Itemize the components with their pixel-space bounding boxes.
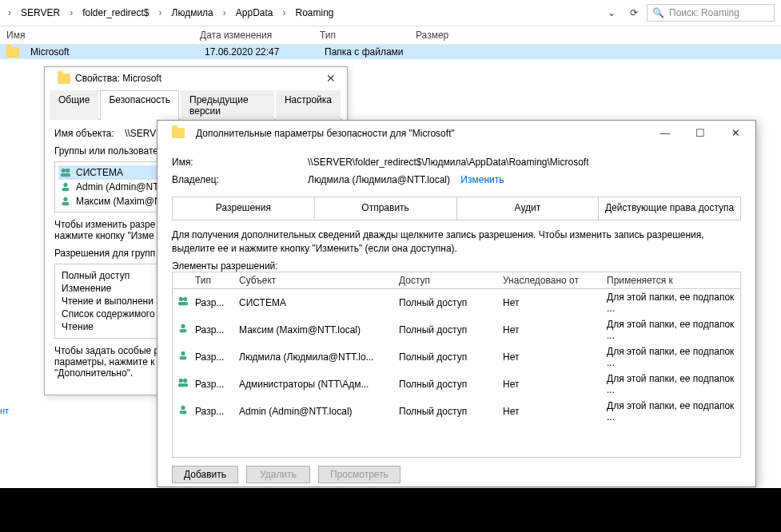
tab-permissions[interactable]: Разрешения [173,197,315,220]
breadcrumb-item[interactable]: Roaming [290,6,338,20]
group-icon [60,167,71,178]
svg-point-7 [179,297,183,301]
col-subject[interactable]: Субъект [239,275,399,286]
chevron-right-icon: › [221,7,228,18]
cell-subject: Людмила (Людмила@NTT.lo... [239,351,399,363]
tab-strip: Разрешения Отправить Аудит Действующие п… [172,197,741,220]
breadcrumb-item[interactable]: folder_redirect$ [78,6,153,20]
tab-strip: Общие Безопасность Предыдущие версии Нас… [50,89,342,120]
column-headers: Имя Дата изменения Тип Размер [0,26,781,45]
folder-icon [58,73,70,84]
cell-type: Разр... [195,406,239,417]
tab-effective-access[interactable]: Действующие права доступа [599,197,740,220]
col-name[interactable]: Имя [0,30,200,41]
tab-audit[interactable]: Аудит [457,197,600,220]
refresh-button[interactable]: ⟳ [624,3,644,22]
group-icon [177,377,189,388]
svg-rect-4 [62,188,70,191]
table-row[interactable]: Разр...Людмила (Людмила@NTT.lo...Полный … [173,343,740,371]
chevron-right-icon: › [68,7,74,18]
svg-rect-2 [61,173,70,177]
help-text: Для получения дополнительных сведений дв… [172,228,741,256]
file-name: Microsoft [24,46,205,58]
svg-rect-11 [180,329,187,332]
cell-inherited: Нет [503,379,607,390]
cell-applies: Для этой папки, ее подпапок ... [607,400,735,423]
svg-point-5 [63,197,67,201]
chevron-right-icon: › [6,7,13,18]
cell-applies: Для этой папки, ее подпапок ... [607,319,735,341]
chevron-right-icon: › [157,7,164,18]
dialog-titlebar[interactable]: Дополнительные параметры безопасности дл… [157,121,755,145]
name-label: Имя: [172,157,308,168]
col-access[interactable]: Доступ [399,275,503,286]
col-inherited[interactable]: Унаследовано от [503,275,607,286]
tab-previous-versions[interactable]: Предыдущие версии [181,90,274,120]
user-icon [177,350,189,361]
table-row[interactable]: Разр...СИСТЕМАПолный доступНетДля этой п… [173,289,740,316]
table-row[interactable]: Разр...Максим (Maxim@NTT.local)Полный до… [173,316,740,343]
file-row[interactable]: Microsoft 17.06.2020 22:47 Папка с файла… [0,45,781,59]
file-type: Папка с файлами [325,46,420,58]
breadcrumb-item[interactable]: AppData [231,6,278,20]
maximize-button[interactable]: ☐ [688,127,712,139]
owner-value: Людмила (Людмила@NTT.local) [308,174,450,185]
tab-customize[interactable]: Настройка [276,90,341,120]
svg-point-1 [66,169,70,173]
view-button[interactable]: Просмотреть [318,466,400,483]
tab-general[interactable]: Общие [50,90,98,120]
search-icon: 🔍 [652,7,664,18]
cell-access: Полный доступ [399,297,503,308]
minimize-button[interactable]: — [653,127,677,139]
dialog-titlebar[interactable]: Свойства: Microsoft ✕ [45,67,347,89]
svg-point-10 [181,324,185,328]
svg-rect-6 [62,202,70,205]
tab-security[interactable]: Безопасность [100,90,179,120]
svg-point-15 [183,379,187,383]
search-input[interactable]: 🔍 Поиск: Roaming [647,4,775,22]
dialog-title: Свойства: Microsoft [75,73,161,84]
user-icon [60,196,71,207]
close-button[interactable]: ✕ [723,127,747,139]
address-bar: › SERVER › folder_redirect$ › Людмила › … [0,0,781,26]
breadcrumb-item[interactable]: SERVER [16,6,65,20]
link-fragment[interactable]: нт [0,406,9,415]
folder-icon [6,47,19,58]
owner-label: Владелец: [172,174,308,185]
group-icon [177,296,189,307]
cell-type: Разр... [195,379,239,390]
cell-type: Разр... [195,351,239,363]
close-icon[interactable]: ✕ [321,72,341,85]
svg-rect-16 [178,383,188,387]
cell-applies: Для этой папки, ее подпапок ... [607,373,735,395]
principal-name: СИСТЕМА [76,167,123,178]
tab-share[interactable]: Отправить [315,197,457,220]
table-row[interactable]: Разр...Администраторы (NTT\Адм...Полный … [173,371,740,398]
col-size[interactable]: Размер [416,30,496,41]
cell-type: Разр... [195,297,239,308]
folder-icon [172,128,185,138]
add-button[interactable]: Добавить [172,466,238,483]
svg-point-12 [181,351,185,355]
svg-rect-13 [180,356,187,359]
cell-access: Полный доступ [399,324,503,335]
change-owner-link[interactable]: Изменить [460,174,504,185]
object-label: Имя объекта: [54,128,114,139]
svg-point-0 [62,169,66,173]
permissions-table[interactable]: Тип Субъект Доступ Унаследовано от Приме… [172,272,741,458]
col-date[interactable]: Дата изменения [200,30,320,41]
svg-rect-18 [180,411,187,414]
cell-inherited: Нет [503,351,607,363]
svg-point-14 [179,379,183,383]
table-row[interactable]: Разр...Admin (Admin@NTT.local)Полный дос… [173,398,740,425]
cell-subject: Максим (Maxim@NTT.local) [239,324,399,335]
dropdown-button[interactable]: ⌄ [602,3,621,22]
cell-subject: СИСТЕМА [239,297,399,308]
col-type[interactable]: Тип [195,275,239,286]
col-applies[interactable]: Применяется к [607,275,735,286]
col-type[interactable]: Тип [320,30,416,41]
remove-button[interactable]: Удалить [246,466,310,483]
breadcrumb-item[interactable]: Людмила [167,6,218,20]
user-icon [60,181,71,193]
cell-access: Полный доступ [399,379,503,390]
